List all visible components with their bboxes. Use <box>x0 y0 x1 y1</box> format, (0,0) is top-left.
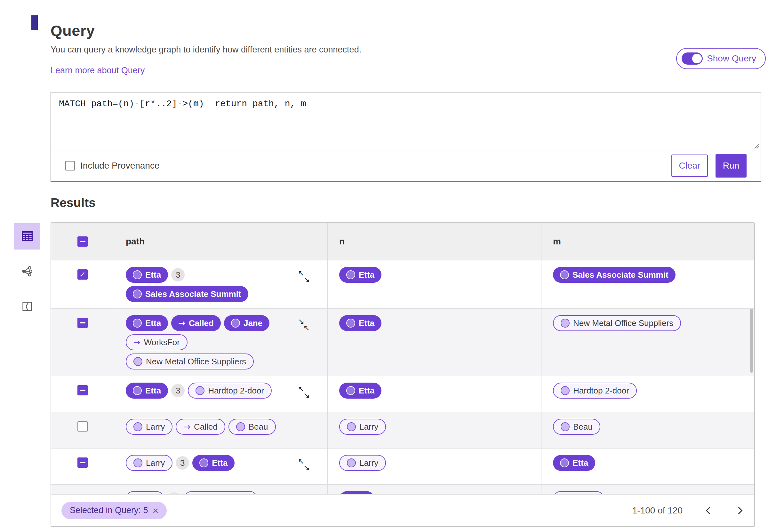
node-pill[interactable]: Etta <box>192 455 235 471</box>
row-checkbox-indeterminate[interactable] <box>77 457 88 468</box>
results-view-switcher <box>14 223 40 320</box>
toggle-switch-icon[interactable] <box>682 52 703 65</box>
edge-pill[interactable]: →Called <box>176 419 225 435</box>
pill-label: Etta <box>359 318 374 328</box>
node-pill[interactable]: Beau <box>553 419 600 435</box>
table-view-button[interactable] <box>14 223 40 250</box>
n-cell: Larry <box>328 412 541 448</box>
node-pill[interactable] <box>184 491 258 494</box>
results-footer: Selected in Query: 5 × 1-100 of 120 <box>51 494 754 526</box>
node-pill[interactable]: Jane <box>224 315 269 331</box>
pill-line: Etta3Hardtop 2-door <box>126 383 321 399</box>
results-table: path n m ✓Etta3Sales Associate Summit↖↘E… <box>51 223 754 494</box>
node-circle-icon <box>560 270 569 279</box>
node-pill[interactable]: Etta <box>339 315 381 331</box>
arrow-glyph: ↘ <box>303 392 310 399</box>
select-all-checkbox[interactable] <box>77 236 88 247</box>
node-pill[interactable]: Larry <box>339 419 386 435</box>
query-input-text[interactable]: MATCH path=(n)-[r*..2]->(m) return path,… <box>59 99 753 109</box>
pill-line: Sales Associate Summit <box>126 286 321 302</box>
expand-cell-icon[interactable]: ↖↘ <box>298 457 312 472</box>
pill-line: Beau <box>553 419 748 435</box>
query-editor-panel: MATCH path=(n)-[r*..2]->(m) return path,… <box>51 92 761 182</box>
row-checkbox-indeterminate[interactable] <box>77 318 88 328</box>
node-circle-icon <box>133 290 142 298</box>
node-pill[interactable]: Larry <box>126 419 172 435</box>
include-provenance-control[interactable]: Include Provenance <box>65 161 160 171</box>
hop-count-badge: 3 <box>171 384 185 397</box>
collapse-cell-icon[interactable]: ↘↖ <box>298 318 312 332</box>
row-checkbox-indeterminate[interactable] <box>77 385 88 395</box>
pill-line <box>126 491 321 494</box>
next-page-button[interactable] <box>735 507 743 514</box>
pill-label: Etta <box>145 318 161 328</box>
query-input-area[interactable]: MATCH path=(n)-[r*..2]->(m) return path,… <box>51 92 761 150</box>
m-cell: Hardtop 2-door <box>541 376 754 412</box>
show-query-toggle-button[interactable]: Show Query <box>676 48 766 69</box>
node-pill[interactable]: Etta <box>339 267 381 283</box>
node-pill[interactable]: Etta <box>126 315 168 331</box>
node-pill[interactable]: Etta <box>126 267 168 283</box>
node-pill[interactable] <box>553 491 604 494</box>
previous-page-button[interactable] <box>706 507 713 514</box>
path-cell: Larry→CalledBeau <box>114 412 328 448</box>
node-pill[interactable] <box>126 491 164 494</box>
table-row: Etta→CalledJane→WorksForNew Metal Office… <box>51 309 754 376</box>
node-pill[interactable]: Sales Associate Summit <box>126 286 248 302</box>
chip-close-icon[interactable]: × <box>153 505 159 516</box>
pill-label: Etta <box>145 386 161 396</box>
node-circle-icon <box>133 458 142 467</box>
node-pill[interactable]: Beau <box>228 419 276 435</box>
node-pill[interactable]: New Metal Office Suppliers <box>126 353 254 369</box>
node-pill[interactable]: Larry <box>126 455 172 471</box>
learn-more-link[interactable]: Learn more about Query <box>51 66 145 75</box>
selected-in-query-chip[interactable]: Selected in Query: 5 × <box>61 502 167 519</box>
node-pill[interactable]: Hardtop 2-door <box>553 383 637 399</box>
node-pill[interactable]: Sales Associate Summit <box>553 267 676 283</box>
node-pill[interactable]: Etta <box>553 455 595 471</box>
include-provenance-label: Include Provenance <box>80 161 160 171</box>
expand-cell-icon[interactable]: ↖↘ <box>298 385 312 400</box>
table-row <box>51 485 754 494</box>
page-title: Query <box>51 22 95 39</box>
node-pill[interactable] <box>339 491 374 494</box>
clear-button[interactable]: Clear <box>671 155 708 177</box>
pill-line: Larry <box>339 455 535 471</box>
edge-pill[interactable]: →Called <box>171 315 221 331</box>
include-provenance-checkbox[interactable] <box>65 161 75 171</box>
row-checkbox-unchecked[interactable] <box>77 421 88 432</box>
row-checkbox-cell <box>51 376 114 412</box>
pill-line: →WorksFor <box>126 334 321 350</box>
node-pill[interactable]: Hardtop 2-door <box>188 383 272 399</box>
node-pill[interactable]: Larry <box>339 455 386 471</box>
editor-actions: Clear Run <box>671 154 747 178</box>
edge-arrow-icon: → <box>133 338 140 346</box>
node-circle-icon <box>133 319 142 328</box>
edge-pill[interactable]: →WorksFor <box>126 334 188 350</box>
map-view-button[interactable] <box>14 294 40 320</box>
path-cell: Etta3Hardtop 2-door↖↘ <box>114 376 328 412</box>
pill-label: Etta <box>359 386 374 396</box>
table-view-icon <box>20 229 35 244</box>
resize-handle-icon[interactable] <box>754 143 759 148</box>
path-cell <box>114 485 328 494</box>
run-button[interactable]: Run <box>716 154 747 178</box>
table-scrollbar[interactable] <box>750 309 753 373</box>
node-pill[interactable]: Etta <box>339 383 381 399</box>
n-cell: Etta <box>328 309 541 376</box>
m-cell: New Metal Office Suppliers <box>541 309 754 376</box>
graph-view-button[interactable] <box>14 258 40 285</box>
node-circle-icon <box>347 458 356 467</box>
column-header-n: n <box>328 223 541 260</box>
arrow-glyph: ↘ <box>303 276 310 283</box>
row-checkbox-checked[interactable]: ✓ <box>77 269 88 280</box>
pill-label: Etta <box>145 270 161 280</box>
node-pill[interactable]: New Metal Office Suppliers <box>553 315 681 331</box>
m-cell <box>541 485 754 494</box>
pill-label: Called <box>194 422 218 432</box>
node-circle-icon <box>560 458 569 467</box>
node-pill[interactable]: Etta <box>126 383 168 399</box>
expand-cell-icon[interactable]: ↖↘ <box>298 269 312 284</box>
pill-line: Etta→CalledJane <box>126 315 321 331</box>
pill-label: Hardtop 2-door <box>573 386 629 396</box>
